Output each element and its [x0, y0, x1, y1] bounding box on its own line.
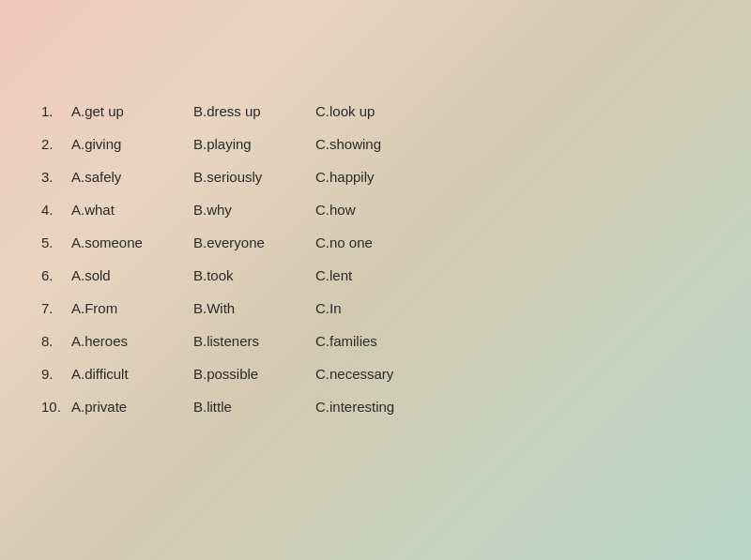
option-c: C.necessary	[315, 366, 437, 382]
option-a: A.someone	[71, 235, 193, 250]
question-number: 6.	[41, 267, 71, 283]
question-row: 4.A.whatB.whyC.how	[41, 202, 437, 218]
question-row: 5.A.someoneB.everyoneC.no one	[41, 235, 437, 250]
question-row: 6.A.soldB.tookC.lent	[41, 267, 437, 283]
question-row: 7.A.FromB.WithC.In	[41, 300, 437, 316]
option-b: B.took	[193, 267, 315, 283]
option-a: A.giving	[71, 136, 193, 152]
option-b: B.possible	[193, 366, 315, 382]
option-b: B.seriously	[193, 169, 315, 185]
option-a: A.safely	[71, 169, 193, 185]
question-row: 3.A.safelyB.seriouslyC.happily	[41, 169, 437, 185]
question-number: 3.	[41, 169, 71, 185]
question-number: 8.	[41, 333, 71, 349]
option-c: C.no one	[315, 235, 437, 250]
question-row: 2.A.givingB.playingC.showing	[41, 136, 437, 152]
option-c: C.lent	[315, 267, 437, 283]
option-a: A.sold	[71, 267, 193, 283]
question-number: 5.	[41, 235, 71, 250]
question-row: 8.A.heroesB.listenersC.families	[41, 333, 437, 349]
question-number: 9.	[41, 366, 71, 382]
question-number: 4.	[41, 202, 71, 218]
option-a: A.From	[71, 300, 193, 316]
option-c: C.how	[315, 202, 437, 218]
question-row: 10.A.privateB.littleC.interesting	[41, 399, 437, 415]
question-row: 9.A.difficultB.possibleC.necessary	[41, 366, 437, 382]
option-c: C.look up	[315, 103, 437, 119]
option-c: C.In	[315, 300, 437, 316]
question-number: 2.	[41, 136, 71, 152]
option-c: C.families	[315, 333, 437, 349]
question-number: 7.	[41, 300, 71, 316]
quiz-content: 1.A.get upB.dress upC.look up2.A.givingB…	[41, 103, 437, 431]
option-c: C.interesting	[315, 399, 437, 415]
option-a: A.private	[71, 399, 193, 415]
option-a: A.heroes	[71, 333, 193, 349]
option-a: A.get up	[71, 103, 193, 119]
question-number: 1.	[41, 103, 71, 119]
option-c: C.showing	[315, 136, 437, 152]
option-b: B.With	[193, 300, 315, 316]
option-b: B.little	[193, 399, 315, 415]
option-a: A.difficult	[71, 366, 193, 382]
question-row: 1.A.get upB.dress upC.look up	[41, 103, 437, 119]
option-b: B.why	[193, 202, 315, 218]
option-c: C.happily	[315, 169, 437, 185]
option-b: B.listeners	[193, 333, 315, 349]
option-b: B.dress up	[193, 103, 315, 119]
option-a: A.what	[71, 202, 193, 218]
option-b: B.playing	[193, 136, 315, 152]
option-b: B.everyone	[193, 235, 315, 250]
question-number: 10.	[41, 399, 71, 415]
